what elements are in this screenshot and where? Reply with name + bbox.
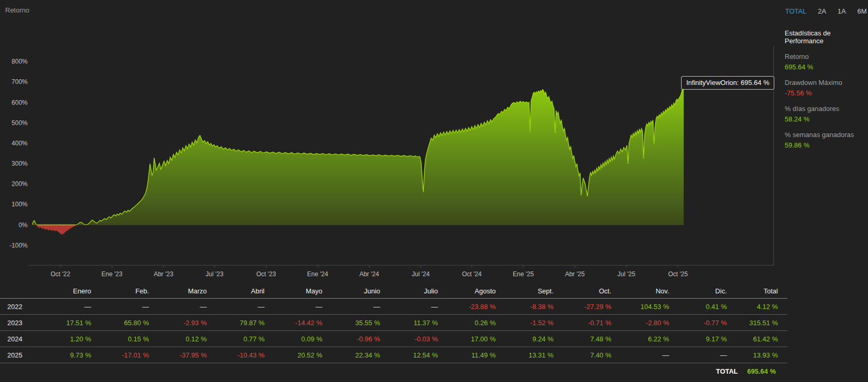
chart-tooltip: InfinityViewOrion: 695.64 % bbox=[681, 76, 774, 90]
table-row-2024: 20241.20 %0.15 %0.12 %0.77 %0.09 %-0.96 … bbox=[0, 331, 787, 347]
y-axis-label: 500% bbox=[11, 119, 28, 127]
y-axis-label: 0% bbox=[19, 221, 28, 229]
row-year-label: 2025 bbox=[0, 347, 33, 363]
table-header-mayo: Mayo bbox=[265, 284, 322, 299]
x-axis-label: Jul '25 bbox=[618, 270, 636, 278]
table-header-junio: Junio bbox=[322, 284, 380, 299]
stat-block-3: % semanas ganadoras59.86 % bbox=[785, 131, 867, 149]
y-axis-label: 600% bbox=[11, 99, 28, 106]
period-tabs: TOTAL2A1A6M bbox=[785, 7, 867, 15]
stat-value: -75.56 % bbox=[785, 89, 867, 97]
table-cell: -27.29 % bbox=[553, 299, 611, 315]
table-cell: 65.80 % bbox=[91, 315, 149, 331]
y-axis-label: 700% bbox=[11, 78, 28, 85]
baseline-line bbox=[32, 225, 684, 235]
stats-panel-title: Estadísticas de Performance bbox=[785, 29, 867, 45]
row-year-label: 2024 bbox=[0, 331, 33, 347]
table-cell: 79.87 % bbox=[207, 315, 265, 331]
table-header-marzo: Marzo bbox=[149, 284, 207, 299]
stat-label: % semanas ganadoras bbox=[785, 131, 867, 139]
table-header-sept: Sept. bbox=[496, 284, 553, 299]
table-cell: — bbox=[91, 299, 149, 315]
table-cell: -2.93 % bbox=[149, 315, 207, 331]
table-cell: 9.73 % bbox=[33, 347, 91, 363]
table-cell: -1.52 % bbox=[496, 315, 553, 331]
monthly-returns-table: EneroFeb.MarzoAbrilMayoJunioJulioAgostoS… bbox=[0, 284, 787, 379]
y-axis-label: 200% bbox=[11, 180, 28, 188]
table-header-enero: Enero bbox=[33, 284, 91, 299]
table-cell: 12.54 % bbox=[380, 347, 438, 363]
x-axis-label: Jul '24 bbox=[412, 270, 430, 278]
table-header-total: Total bbox=[727, 284, 787, 299]
stats-list: Retorno695.64 %Drawdown Máximo-75.56 %% … bbox=[785, 53, 867, 149]
table-header-nov: Nov. bbox=[611, 284, 669, 299]
table-cell: 0.26 % bbox=[438, 315, 496, 331]
y-axis-label: -100% bbox=[9, 242, 28, 249]
table-cell: 7.48 % bbox=[553, 331, 611, 347]
table-header-julio: Julio bbox=[380, 284, 438, 299]
tab-1a[interactable]: 1A bbox=[838, 7, 846, 15]
table-cell: 315.51 % bbox=[727, 315, 787, 331]
stat-value: 58.24 % bbox=[785, 115, 867, 123]
table-cell: -0.96 % bbox=[322, 331, 380, 347]
tab-6m[interactable]: 6M bbox=[858, 7, 867, 15]
stat-value: 695.64 % bbox=[785, 63, 867, 71]
x-axis-label: Jul '23 bbox=[206, 270, 224, 278]
table-cell: — bbox=[207, 299, 265, 315]
y-axis-label: 100% bbox=[11, 201, 28, 208]
table-cell: 13.93 % bbox=[727, 347, 787, 363]
table-header-year bbox=[0, 284, 33, 299]
table-cell: 17.00 % bbox=[438, 331, 496, 347]
y-axis-label: 400% bbox=[11, 140, 28, 147]
table-cell: 0.15 % bbox=[91, 331, 149, 347]
table-cell: 7.40 % bbox=[553, 347, 611, 363]
table-cell: 0.09 % bbox=[265, 331, 322, 347]
x-axis-label: Abr '24 bbox=[359, 270, 379, 278]
x-axis-label: Oct '24 bbox=[462, 270, 482, 278]
table-cell: 0.77 % bbox=[207, 331, 265, 347]
table-cell: — bbox=[265, 299, 322, 315]
x-axis-label: Oct '25 bbox=[668, 270, 688, 278]
stat-label: Drawdown Máximo bbox=[785, 79, 867, 87]
total-row-label: TOTAL bbox=[716, 367, 738, 375]
table-cell: -14.42 % bbox=[265, 315, 322, 331]
tab-2a[interactable]: 2A bbox=[818, 7, 826, 15]
x-axis-label: Abr '25 bbox=[565, 270, 585, 278]
table-cell: 11.49 % bbox=[438, 347, 496, 363]
table-row-2025: 20259.73 %-17.01 %-37.95 %-10.43 %20.52 … bbox=[0, 347, 787, 363]
table-header-abril: Abril bbox=[207, 284, 265, 299]
table-cell: 4.12 % bbox=[727, 299, 787, 315]
returns-chart[interactable]: 800%700%600%500%400%300%200%100%0%-100%O… bbox=[0, 0, 781, 281]
stat-label: Retorno bbox=[785, 53, 867, 61]
stat-value: 59.86 % bbox=[785, 141, 867, 149]
table-cell: -0.03 % bbox=[380, 331, 438, 347]
table-header-row: EneroFeb.MarzoAbrilMayoJunioJulioAgostoS… bbox=[0, 284, 787, 299]
stat-block-1: Drawdown Máximo-75.56 % bbox=[785, 79, 867, 97]
stat-block-0: Retorno695.64 % bbox=[785, 53, 867, 71]
table-cell: — bbox=[611, 347, 669, 363]
table-cell: -10.43 % bbox=[207, 347, 265, 363]
table-cell: 0.12 % bbox=[149, 331, 207, 347]
table-cell: 22.34 % bbox=[322, 347, 380, 363]
performance-screen: Retorno TOTAL2A1A6M 800%700%600%500%400%… bbox=[0, 0, 868, 382]
table-cell: — bbox=[149, 299, 207, 315]
x-axis-label: Ene '24 bbox=[307, 270, 329, 278]
stat-block-2: % días ganadores58.24 % bbox=[785, 105, 867, 123]
table-cell: 9.17 % bbox=[669, 331, 727, 347]
table-cell: — bbox=[380, 299, 438, 315]
table-cell: -0.71 % bbox=[553, 315, 611, 331]
tab-total[interactable]: TOTAL bbox=[785, 7, 807, 15]
table-cell: -17.01 % bbox=[91, 347, 149, 363]
y-axis-label: 800% bbox=[11, 58, 28, 65]
total-row-value: 695.64 % bbox=[747, 367, 776, 375]
table-cell: 35.55 % bbox=[322, 315, 380, 331]
chart-canvas[interactable]: 800%700%600%500%400%300%200%100%0%-100%O… bbox=[0, 0, 781, 281]
x-axis-label: Ene '25 bbox=[513, 270, 534, 278]
table-cell: -23.88 % bbox=[438, 299, 496, 315]
table-cell: 6.22 % bbox=[611, 331, 669, 347]
table-cell: 17.51 % bbox=[33, 315, 91, 331]
table-cell: 20.52 % bbox=[265, 347, 322, 363]
row-year-label: 2023 bbox=[0, 315, 33, 331]
table-cell: 61.42 % bbox=[727, 331, 787, 347]
table-cell: — bbox=[322, 299, 380, 315]
